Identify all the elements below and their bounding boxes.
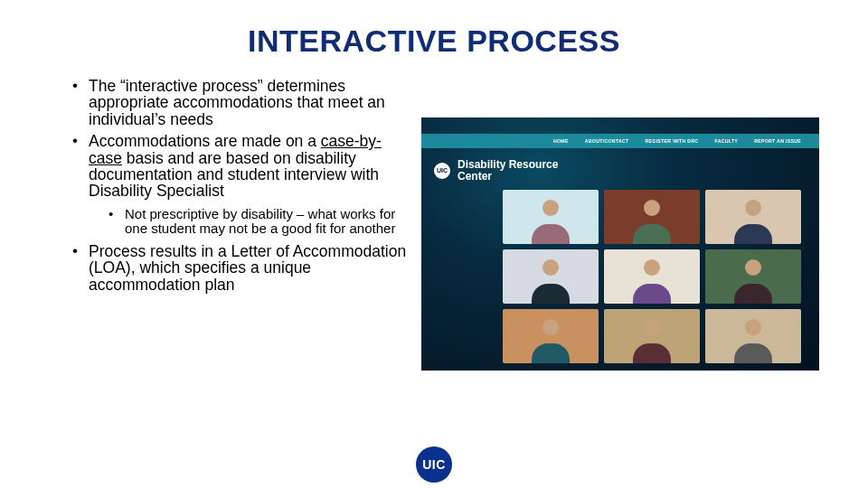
- bullet-text: basis and are based on disability docume…: [89, 149, 379, 201]
- nav-item: HOME: [553, 138, 569, 144]
- sub-bullet-item: Not prescriptive by disability – what wo…: [108, 207, 407, 236]
- nav-item: FACULTY: [714, 138, 738, 144]
- slide-title: INTERACTIVE PROCESS: [0, 23, 868, 59]
- nav-item: ABOUT/CONTACT: [585, 138, 629, 144]
- brand-badge: UIC: [434, 163, 450, 179]
- bullet-content: The “interactive process” determines app…: [72, 78, 407, 298]
- person-tile: [705, 249, 801, 304]
- nav-item: REGISTER WITH DRC: [645, 138, 698, 144]
- person-tile: [705, 309, 801, 363]
- person-tile: [503, 249, 599, 304]
- person-tile: [705, 190, 801, 244]
- uic-logo-circle: UIC: [416, 446, 452, 483]
- person-tile: [604, 190, 700, 244]
- embedded-screenshot: HOME ABOUT/CONTACT REGISTER WITH DRC FAC…: [421, 117, 819, 371]
- brand-block: UIC Disability Resource Center: [434, 159, 558, 182]
- brand-text: Disability Resource Center: [458, 159, 558, 182]
- bullet-item: Process results in a Letter of Accommoda…: [72, 243, 407, 293]
- person-tile: [604, 309, 700, 363]
- people-grid: [503, 190, 801, 363]
- nav-item: REPORT AN ISSUE: [754, 138, 801, 144]
- person-tile: [503, 190, 599, 244]
- bullet-item: The “interactive process” determines app…: [72, 78, 407, 127]
- person-tile: [604, 249, 700, 304]
- bullet-item: Accommodations are made on a case-by-cas…: [72, 133, 407, 236]
- nav-bar: HOME ABOUT/CONTACT REGISTER WITH DRC FAC…: [421, 134, 819, 148]
- bullet-text: Accommodations are made on a: [89, 132, 321, 150]
- person-tile: [503, 309, 599, 363]
- uic-logo: UIC: [416, 446, 452, 483]
